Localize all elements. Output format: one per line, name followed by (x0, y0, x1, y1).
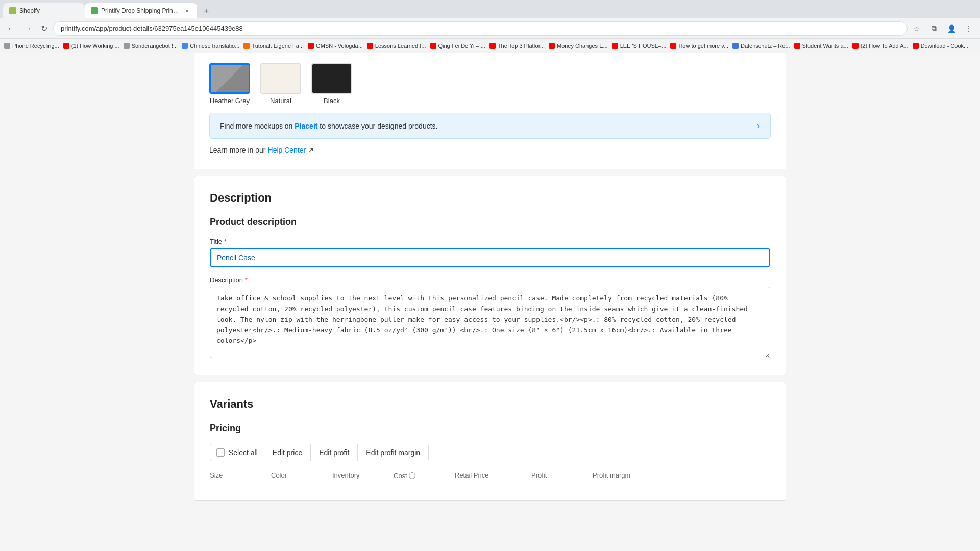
bookmark-label-1: Phone Recycling... (12, 43, 59, 49)
back-button[interactable]: ← (4, 21, 18, 36)
bookmarks-bar: Phone Recycling... (1) How Working ... S… (0, 39, 980, 53)
extensions-icon[interactable]: ⧉ (927, 21, 941, 36)
tab-printify[interactable]: Printify Drop Shipping Print o... ✕ (85, 3, 197, 18)
bookmark-sonderangebot[interactable]: Sonderangebot !... (124, 43, 178, 49)
col-profit: Profit (531, 471, 593, 481)
placeit-link-text[interactable]: Placeit (295, 122, 317, 130)
placeit-banner[interactable]: Find more mockups on Placeit to showcase… (209, 113, 771, 139)
new-tab-button[interactable]: + (199, 4, 213, 18)
tab-close-icon[interactable]: ✕ (183, 7, 191, 15)
page-content: Heather Grey Natural Black Find more moc… (0, 53, 980, 551)
swatch-item-heather-grey[interactable]: Heather Grey (209, 63, 250, 105)
tab-bar: Shopify Printify Drop Shipping Print o..… (0, 0, 980, 18)
bookmark-datenschutz[interactable]: Datenschutz – Re... (732, 43, 790, 49)
nav-bar: ← → ↻ printify.com/app/product-details/6… (0, 18, 980, 39)
bookmark-favicon-14 (794, 43, 800, 49)
bookmark-money[interactable]: Money Changes E... (549, 43, 608, 49)
col-cost: Cost ⓘ (394, 471, 455, 481)
title-input[interactable] (210, 248, 770, 267)
select-all-checkbox[interactable] (216, 448, 225, 457)
refresh-button[interactable]: ↻ (37, 21, 51, 36)
edit-profit-margin-button[interactable]: Edit profit margin (358, 444, 428, 461)
bookmark-label-3: Sonderangebot !... (132, 43, 178, 49)
help-center-link: Learn more in our Help Center ↗ (209, 146, 771, 154)
address-text: printify.com/app/product-details/632975e… (61, 24, 243, 32)
bookmark-download-cook[interactable]: Download - Cook... (913, 43, 969, 49)
bookmark-label-6: GMSN - Vologda... (316, 43, 363, 49)
col-retail-price: Retail Price (455, 471, 531, 481)
table-header-row: Size Color Inventory Cost ⓘ Retail Price… (210, 467, 770, 485)
bookmark-top3[interactable]: The Top 3 Platfor... (489, 43, 545, 49)
page-inner: Heather Grey Natural Black Find more moc… (184, 53, 796, 528)
bookmark-favicon-2 (63, 43, 69, 49)
bookmark-label-2: (1) How Working ... (71, 43, 119, 49)
pricing-toolbar: Select all Edit price Edit profit Edit p… (210, 444, 429, 461)
shopify-favicon (9, 7, 16, 14)
swatch-label-heather-grey: Heather Grey (210, 97, 250, 105)
bookmark-label-8: Qing Fei De Yi – ... (438, 43, 485, 49)
nav-icons-right: ☆ ⧉ 👤 ⋮ (910, 21, 976, 36)
address-bar[interactable]: printify.com/app/product-details/632975e… (53, 21, 908, 36)
bookmark-favicon-11 (612, 43, 618, 49)
bookmark-label-9: The Top 3 Platfor... (498, 43, 545, 49)
bookmark-label-7: Lessons Learned f... (375, 43, 426, 49)
select-all-label[interactable]: Select all (229, 448, 258, 457)
tab-printify-label: Printify Drop Shipping Print o... (101, 7, 180, 14)
bookmark-lee[interactable]: LEE 'S HOUSE–... (612, 43, 667, 49)
bookmark-label-15: (2) How To Add A... (861, 43, 909, 49)
help-center-prefix: Learn more in our (209, 146, 266, 154)
bookmark-student[interactable]: Student Wants a... (794, 43, 848, 49)
bookmark-star-icon[interactable]: ☆ (910, 21, 924, 36)
bookmark-lessons[interactable]: Lessons Learned f... (367, 43, 426, 49)
variants-section-title: Variants (210, 397, 770, 411)
bookmark-how-to-add[interactable]: (2) How To Add A... (852, 43, 909, 49)
edit-price-button[interactable]: Edit price (264, 444, 311, 461)
placeit-text: Find more mockups on Placeit to showcase… (220, 122, 437, 130)
swatches-section: Heather Grey Natural Black Find more moc… (194, 53, 786, 169)
title-field-label: Title * (210, 238, 770, 245)
bookmark-label-10: Money Changes E... (557, 43, 608, 49)
title-field-container: Title * (210, 238, 770, 276)
placeit-prefix: Find more mockups on (220, 122, 295, 130)
description-required-marker: * (245, 276, 248, 284)
description-section-title: Description (210, 191, 770, 205)
bookmark-gmsn[interactable]: GMSN - Vologda... (308, 43, 363, 49)
bookmark-favicon-3 (124, 43, 130, 49)
description-textarea[interactable]: Take office & school supplies to the nex… (210, 287, 770, 358)
tab-shopify[interactable]: Shopify (3, 3, 85, 18)
bookmark-how-to-get[interactable]: How to get more v... (670, 43, 728, 49)
bookmark-label-5: Tutorial: Eigene Fa... (252, 43, 304, 49)
description-field-container: Description * Take office & school suppl… (210, 276, 770, 360)
col-size: Size (210, 471, 271, 481)
title-label-text: Title (210, 238, 222, 245)
col-profit-margin: Profit margin (593, 471, 664, 481)
bookmark-label-12: How to get more v... (678, 43, 728, 49)
help-center-link-text[interactable]: Help Center (268, 146, 306, 154)
bookmark-qing[interactable]: Qing Fei De Yi – ... (430, 43, 485, 49)
bookmark-phone-recycling[interactable]: Phone Recycling... (4, 43, 59, 49)
swatch-row: Heather Grey Natural Black (209, 63, 771, 105)
swatch-item-black[interactable]: Black (311, 63, 352, 105)
forward-button[interactable]: → (20, 21, 35, 36)
col-color: Color (271, 471, 332, 481)
bookmark-chinese[interactable]: Chinese translatio... (182, 43, 239, 49)
bookmark-favicon-15 (852, 43, 859, 49)
description-label-text: Description (210, 276, 243, 284)
swatch-box-natural (260, 63, 301, 94)
col-inventory: Inventory (332, 471, 394, 481)
menu-icon[interactable]: ⋮ (962, 21, 976, 36)
bookmark-label-13: Datenschutz – Re... (741, 43, 790, 49)
product-description-subtitle: Product description (210, 217, 770, 228)
bookmark-label-4: Chinese translatio... (190, 43, 239, 49)
swatch-item-natural[interactable]: Natural (260, 63, 301, 105)
bookmark-tutorial[interactable]: Tutorial: Eigene Fa... (243, 43, 304, 49)
bookmark-how-working[interactable]: (1) How Working ... (63, 43, 119, 49)
profile-icon[interactable]: 👤 (944, 21, 959, 36)
placeit-suffix: to showcase your designed products. (317, 122, 437, 130)
bookmark-favicon-9 (489, 43, 496, 49)
edit-profit-button[interactable]: Edit profit (311, 444, 358, 461)
bookmark-favicon-5 (243, 43, 250, 49)
title-required-marker: * (224, 238, 227, 245)
bookmark-label-14: Student Wants a... (802, 43, 848, 49)
bookmark-label-11: LEE 'S HOUSE–... (620, 43, 667, 49)
